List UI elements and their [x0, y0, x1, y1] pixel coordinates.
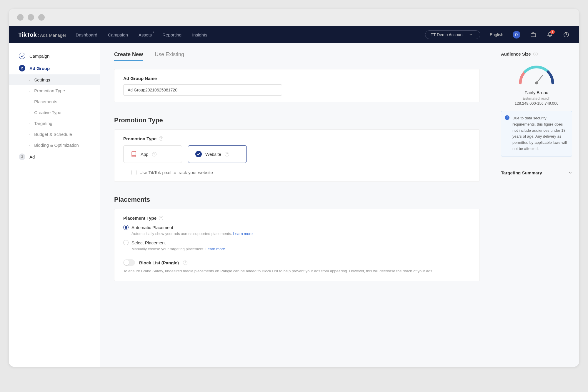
promotion-type-label: Promotion Type ? — [123, 136, 471, 141]
radio-description: Manually choose your targeting placement… — [131, 247, 471, 251]
targeting-summary-label: Targeting Summary — [501, 170, 542, 175]
check-icon — [195, 151, 202, 157]
placements-title: Placements — [114, 196, 480, 203]
step-campaign[interactable]: Campaign — [9, 50, 100, 62]
audience-gauge: Fairly Broad Estimated reach 128,249,000… — [501, 62, 572, 106]
brand-sub: : Ads Manager — [38, 33, 66, 38]
brand-name: TikTok — [18, 31, 37, 38]
language-selector[interactable]: English — [490, 32, 503, 37]
window-dot[interactable] — [17, 14, 24, 21]
gauge-icon — [514, 62, 559, 86]
step-label: Ad — [29, 154, 35, 159]
step-ad-group[interactable]: 2 Ad Group — [9, 62, 100, 74]
step-number: 3 — [19, 154, 25, 160]
learn-more-link[interactable]: Learn more — [206, 247, 225, 251]
chevron-down-icon — [469, 34, 472, 36]
help-icon[interactable]: ? — [159, 136, 163, 141]
help-icon[interactable]: ? — [533, 52, 538, 56]
learn-more-link[interactable]: Learn more — [233, 231, 252, 236]
targeting-summary-toggle[interactable]: Targeting Summary — [501, 165, 572, 175]
page-body: Campaign 2 Ad Group Settings Promotion T… — [9, 43, 579, 367]
user-avatar[interactable]: R — [513, 31, 520, 39]
step-label: Campaign — [29, 54, 49, 59]
window-dot[interactable] — [38, 14, 45, 21]
main-nav: Dashboard Campaign Assets* Reporting Ins… — [76, 32, 207, 37]
nav-insights[interactable]: Insights — [192, 32, 207, 37]
nav-reporting[interactable]: Reporting — [162, 32, 181, 37]
radio-label: Automatic Placement — [131, 225, 173, 230]
assets-asterisk-icon: * — [153, 31, 154, 34]
placements-card: Placement Type ? Automatic Placement Aut… — [114, 209, 480, 281]
nav-assets-label: Assets — [139, 32, 152, 37]
help-icon[interactable] — [563, 31, 570, 38]
audience-notice: i Due to data security requirements, thi… — [501, 111, 572, 156]
bell-icon[interactable]: 1 — [546, 31, 553, 38]
adgroup-name-label: Ad Group Name — [123, 76, 471, 81]
notification-badge: 1 — [550, 30, 555, 34]
block-list-label: Block List (Pangle) — [139, 260, 179, 265]
window-dot[interactable] — [28, 14, 34, 21]
step-ad[interactable]: 3 Ad — [9, 151, 100, 163]
tablet-icon — [131, 151, 137, 157]
sidebar-item-promotion-type[interactable]: Promotion Type — [9, 85, 100, 96]
estimated-reach-label: Estimated reach — [501, 96, 572, 101]
briefcase-icon[interactable] — [530, 31, 537, 38]
pixel-checkbox-row: Use TikTok pixel to track your website — [131, 170, 471, 175]
block-list-description: To ensure Brand Safety, undesired media … — [123, 268, 471, 274]
right-column: Audience Size ? Fairly Broad Estimated r… — [494, 43, 579, 367]
radio-label: Select Placement — [131, 240, 166, 245]
sidebar-item-targeting[interactable]: Targeting — [9, 118, 100, 129]
nav-assets[interactable]: Assets* — [139, 32, 152, 37]
sidebar-item-placements[interactable]: Placements — [9, 96, 100, 107]
svg-rect-2 — [132, 151, 136, 157]
adgroup-name-input[interactable] — [123, 84, 282, 96]
adgroup-name-card: Ad Group Name — [114, 69, 480, 102]
promotion-type-title: Promotion Type — [114, 116, 480, 124]
nav-campaign[interactable]: Campaign — [108, 32, 128, 37]
main-content: Create New Use Existing Ad Group Name Pr… — [100, 43, 494, 367]
tab-use-existing[interactable]: Use Existing — [155, 51, 184, 61]
placement-type-label: Placement Type ? — [123, 216, 471, 221]
app-window: TikTok: Ads Manager Dashboard Campaign A… — [9, 9, 579, 367]
promo-app-label: App — [141, 152, 149, 157]
audience-size-title: Audience Size ? — [501, 51, 572, 56]
chevron-down-icon — [569, 171, 572, 174]
radio-automatic-placement[interactable]: Automatic Placement Automatically show y… — [123, 225, 471, 236]
help-icon[interactable]: ? — [159, 216, 163, 220]
check-icon — [19, 53, 25, 59]
window-titlebar — [9, 9, 579, 26]
tabs: Create New Use Existing — [114, 43, 480, 64]
step-sidebar: Campaign 2 Ad Group Settings Promotion T… — [9, 43, 100, 367]
top-header: TikTok: Ads Manager Dashboard Campaign A… — [9, 26, 579, 43]
audience-range: 128,249,000-156,749,000 — [501, 101, 572, 106]
help-icon[interactable]: ? — [183, 261, 187, 265]
promotion-type-card: Promotion Type ? App ? Website ? — [114, 129, 480, 182]
help-icon[interactable]: ? — [152, 152, 156, 156]
pixel-label: Use TikTok pixel to track your website — [139, 170, 213, 175]
tab-create-new[interactable]: Create New — [114, 51, 143, 61]
account-switcher[interactable]: TT Demo Account — [425, 30, 480, 39]
block-list-row: Block List (Pangle) ? — [123, 259, 471, 266]
sidebar-item-bidding-optimization[interactable]: Bidding & Optimization — [9, 140, 100, 151]
pixel-checkbox[interactable] — [131, 170, 136, 175]
sidebar-item-settings[interactable]: Settings — [9, 74, 100, 85]
step-number: 2 — [19, 65, 25, 71]
radio-icon — [123, 225, 129, 230]
info-icon: i — [505, 115, 509, 120]
promo-option-app[interactable]: App ? — [123, 145, 182, 163]
promo-option-website[interactable]: Website ? — [188, 145, 247, 163]
nav-dashboard[interactable]: Dashboard — [76, 32, 97, 37]
radio-icon — [123, 240, 129, 245]
account-name: TT Demo Account — [431, 32, 464, 37]
audience-size-text: Audience Size — [501, 51, 531, 56]
block-list-toggle[interactable] — [123, 259, 135, 266]
sidebar-item-creative-type[interactable]: Creative Type — [9, 107, 100, 118]
radio-description: Automatically show your ads across suppo… — [131, 231, 471, 236]
notice-text: Due to data security requirements, this … — [512, 116, 567, 151]
promo-website-label: Website — [205, 152, 221, 157]
sidebar-item-budget-schedule[interactable]: Budget & Schedule — [9, 129, 100, 140]
help-icon[interactable]: ? — [225, 152, 229, 156]
radio-select-placement[interactable]: Select Placement Manually choose your ta… — [123, 240, 471, 251]
audience-level: Fairly Broad — [501, 90, 572, 95]
step-label: Ad Group — [29, 66, 50, 71]
